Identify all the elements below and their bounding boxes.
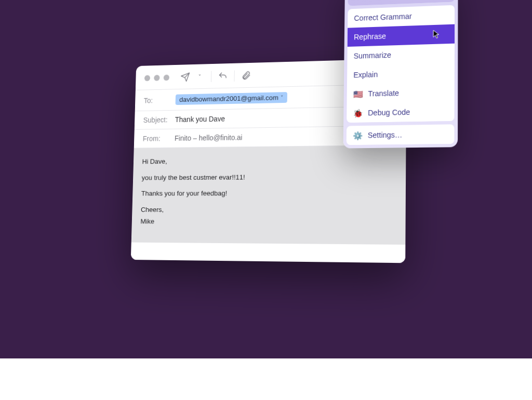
traffic-zoom-icon[interactable] [164,75,169,81]
menu-group-main: Correct Grammar Rephrase Summarize Expla… [347,5,455,123]
menu-item-label: Rephrase [354,32,386,41]
menu-item-debug-code[interactable]: 🐞 Debug Code [347,102,455,123]
to-label: To: [144,96,172,104]
traffic-close-icon[interactable] [144,75,150,82]
menu-item-label: Summarize [354,51,391,60]
menu-item-label: Correct Grammar [354,12,411,22]
body-line: Thanks you for your feedbag! [141,188,396,199]
flag-icon: 🇺🇸 [353,90,363,98]
recipient-pill[interactable]: davidbowmandr2001@gmail.com ˅ [176,92,287,105]
body-line: Mike [140,216,396,229]
paper-plane-icon [180,72,190,83]
subject-label: Subject: [143,116,171,124]
body-line: Cheers, [141,204,396,216]
menu-item-label: Explain [353,70,378,79]
ai-context-menu: Ask You Own Question Correct Grammar Rep… [343,0,458,149]
from-label: From: [143,134,171,142]
email-body-textarea[interactable]: Hi Dave, you truly the best custmer evar… [131,145,406,245]
body-line: Hi Dave, [142,154,396,167]
toolbar-separator [211,71,211,82]
from-value: Finito – hello@finito.ai [175,134,243,142]
window-traffic-lights [144,75,169,82]
menu-item-translate[interactable]: 🇺🇸 Translate [347,82,455,103]
gear-icon: ⚙️ [353,131,363,140]
send-button[interactable] [180,72,191,83]
menu-item-summarize[interactable]: Summarize [347,44,455,66]
chevron-down-icon: ˅ [281,95,283,100]
body-line: you truly the best custmer evar!!11! [141,170,396,183]
ask-own-question-input[interactable]: Ask You Own Question [348,0,455,6]
menu-item-explain[interactable]: Explain [347,63,455,85]
menu-item-label: Debug Code [368,108,410,117]
recipient-email: davidbowmandr2001@gmail.com [179,94,278,103]
mouse-cursor-icon [433,30,441,39]
page-bottom-strip [0,358,532,400]
reply-button[interactable] [217,71,228,82]
menu-item-rephrase[interactable]: Rephrase [348,24,455,47]
window-footer [131,243,406,263]
menu-group-settings: ⚙️ Settings… [347,124,455,145]
menu-item-correct-grammar[interactable]: Correct Grammar [348,5,455,28]
subject-value: Thank you Dave [175,115,225,124]
traffic-minimize-icon[interactable] [154,75,159,81]
attach-button[interactable] [241,70,251,82]
toolbar-separator [234,70,234,81]
reply-icon [218,71,228,82]
menu-item-label: Settings… [368,130,403,139]
send-dropdown[interactable]: ˅ [194,71,205,83]
menu-item-settings[interactable]: ⚙️ Settings… [347,124,455,145]
bug-icon: 🐞 [353,109,363,117]
paperclip-icon [241,71,251,81]
menu-item-label: Translate [368,89,399,98]
